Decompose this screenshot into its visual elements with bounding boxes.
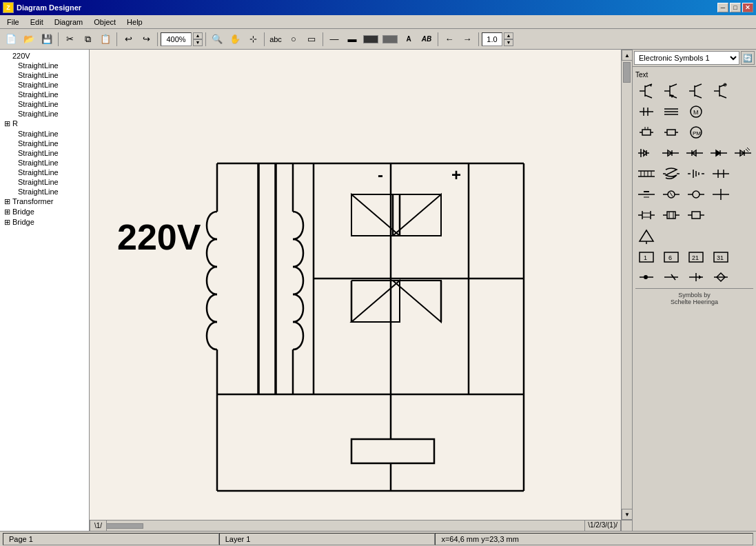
- symbol-31[interactable]: 31: [710, 247, 732, 266]
- tree-item-transformer[interactable]: ⊞Transformer: [1, 196, 88, 207]
- new-button[interactable]: 📄: [3, 32, 19, 47]
- horizontal-scrollbar[interactable]: ◀ \1/ ▶: [90, 520, 621, 531]
- font-b-button[interactable]: AB: [418, 32, 435, 47]
- symbol-29[interactable]: 6: [660, 247, 682, 266]
- zoom-up[interactable]: ▲: [193, 32, 203, 39]
- tree-item-sl7[interactable]: StraightLine: [1, 129, 88, 139]
- vertical-scrollbar[interactable]: ▲ ▼: [621, 50, 632, 520]
- symbols-refresh-button[interactable]: 🔄: [741, 51, 755, 65]
- tree-item-sl6[interactable]: StraightLine: [1, 109, 88, 119]
- tree-item-bridge1[interactable]: ⊞Bridge: [1, 207, 88, 217]
- tree-item-sl13[interactable]: StraightLine: [1, 187, 88, 196]
- symbol-22[interactable]: [685, 185, 707, 204]
- tree-item-sl4[interactable]: StraightLine: [1, 90, 88, 99]
- scroll-up-button[interactable]: ▲: [622, 50, 632, 61]
- arrow-left-button[interactable]: ←: [441, 32, 458, 47]
- symbol-4[interactable]: [710, 81, 732, 101]
- scroll-track-h[interactable]: [101, 520, 610, 532]
- tree-item-sl3[interactable]: StraightLine: [1, 80, 88, 90]
- tree-item-sl1[interactable]: StraightLine: [1, 61, 88, 70]
- symbol-24[interactable]: [635, 205, 657, 225]
- symbol-34[interactable]: [685, 267, 707, 287]
- text-button[interactable]: abc: [267, 32, 284, 47]
- minimize-button[interactable]: ─: [717, 3, 728, 12]
- symbol-13[interactable]: [684, 143, 705, 163]
- symbol-16[interactable]: [635, 164, 657, 183]
- tree-item-r[interactable]: ⊞R: [1, 119, 88, 129]
- color2-button[interactable]: [382, 35, 398, 43]
- menu-file[interactable]: File: [1, 17, 25, 28]
- symbol-9[interactable]: [660, 123, 682, 142]
- tree-item-sl10[interactable]: StraightLine: [1, 158, 88, 168]
- line-width-up[interactable]: ▲: [504, 32, 513, 39]
- tree-item-sl9[interactable]: StraightLine: [1, 148, 88, 158]
- redo-button[interactable]: ↪: [138, 32, 154, 47]
- symbol-18[interactable]: [685, 164, 707, 183]
- line-width-input[interactable]: [482, 32, 502, 46]
- scroll-down-button[interactable]: ▼: [622, 509, 632, 520]
- symbol-2[interactable]: [660, 81, 682, 101]
- close-button[interactable]: ✕: [742, 3, 753, 12]
- select-button[interactable]: ⊹: [245, 32, 261, 47]
- symbol-26[interactable]: [685, 205, 707, 225]
- symbol-25[interactable]: [660, 205, 682, 225]
- menu-object[interactable]: Object: [88, 17, 121, 28]
- open-button[interactable]: 📂: [21, 32, 37, 47]
- zoom-glass-button[interactable]: 🔍: [209, 32, 225, 47]
- maximize-button[interactable]: □: [730, 3, 741, 12]
- menu-help[interactable]: Help: [121, 17, 148, 28]
- zoom-input[interactable]: [161, 32, 192, 46]
- page-nav-tab[interactable]: \1/2/3/(1)/: [584, 520, 621, 531]
- symbol-15[interactable]: [732, 143, 753, 163]
- symbol-28[interactable]: 1: [635, 247, 657, 266]
- symbol-6[interactable]: [660, 102, 682, 121]
- symbol-21[interactable]: [660, 185, 682, 204]
- symbol-19[interactable]: [710, 164, 732, 183]
- symbol-12[interactable]: [660, 143, 681, 163]
- symbol-14[interactable]: [708, 143, 729, 163]
- tree-item-220v[interactable]: 220V: [1, 51, 88, 61]
- tree-item-sl5[interactable]: StraightLine: [1, 99, 88, 109]
- tree-item-bridge2[interactable]: ⊞Bridge: [1, 217, 88, 228]
- line-style-button[interactable]: ▬: [344, 32, 360, 47]
- rect-button[interactable]: ▭: [303, 32, 320, 47]
- color-button[interactable]: [363, 35, 378, 43]
- symbol-27[interactable]: [635, 226, 657, 245]
- symbol-1[interactable]: [635, 81, 657, 101]
- symbol-5[interactable]: [635, 102, 657, 121]
- tree-item-sl8[interactable]: StraightLine: [1, 139, 88, 148]
- tree-item-sl12[interactable]: StraightLine: [1, 177, 88, 187]
- symbol-35[interactable]: [710, 267, 732, 287]
- symbol-23[interactable]: [710, 185, 732, 204]
- paste-button[interactable]: 📋: [97, 32, 114, 47]
- symbol-20[interactable]: [635, 185, 657, 204]
- arrow-right-button[interactable]: →: [459, 32, 476, 47]
- symbol-7[interactable]: M: [685, 102, 707, 121]
- menu-edit[interactable]: Edit: [25, 17, 49, 28]
- symbol-3[interactable]: [685, 81, 707, 101]
- symbol-11[interactable]: [635, 143, 657, 163]
- tree-item-sl11[interactable]: StraightLine: [1, 168, 88, 177]
- copy-button[interactable]: ⧉: [79, 32, 96, 47]
- save-button[interactable]: 💾: [39, 32, 55, 47]
- symbol-32[interactable]: [635, 267, 657, 287]
- ellipse-button[interactable]: ○: [285, 32, 302, 47]
- tree-item-sl2[interactable]: StraightLine: [1, 70, 88, 80]
- symbol-10[interactable]: PM: [685, 123, 707, 142]
- symbol-33[interactable]: [660, 267, 682, 287]
- symbol-17[interactable]: [660, 164, 682, 183]
- undo-button[interactable]: ↩: [120, 32, 136, 47]
- line-width-down[interactable]: ▼: [504, 39, 513, 46]
- line-button[interactable]: —: [326, 32, 343, 47]
- scroll-track-v[interactable]: [622, 61, 632, 509]
- symbol-30[interactable]: 21: [685, 247, 707, 266]
- zoom-down[interactable]: ▼: [193, 39, 203, 46]
- font-button[interactable]: A: [400, 32, 417, 47]
- pan-button[interactable]: ✋: [227, 32, 243, 47]
- symbol-8[interactable]: [635, 123, 657, 142]
- canvas-area[interactable]: 220V: [90, 50, 632, 531]
- menu-diagram[interactable]: Diagram: [49, 17, 89, 28]
- nav-tab-1[interactable]: \1/: [90, 520, 107, 531]
- cut-button[interactable]: ✂: [61, 32, 78, 47]
- symbols-dropdown[interactable]: Electronic Symbols 1 Electronic Symbols …: [634, 51, 739, 65]
